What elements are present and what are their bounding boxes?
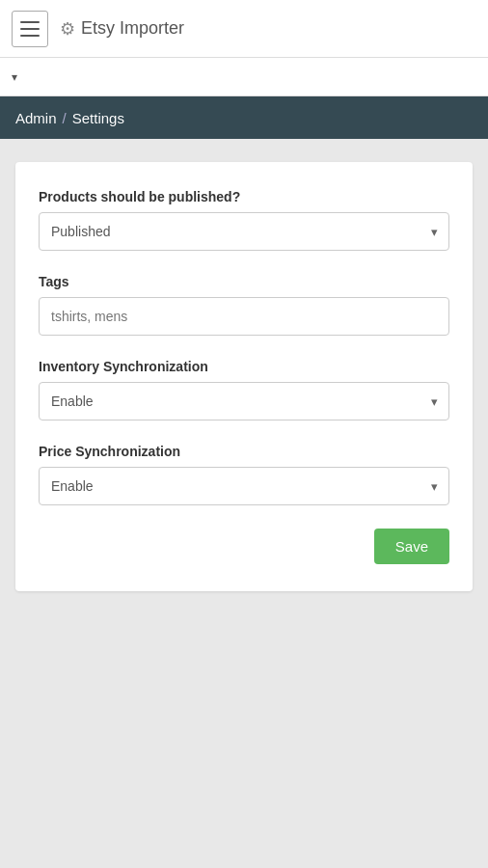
tags-input[interactable]: [39, 297, 449, 336]
hamburger-button[interactable]: [12, 11, 48, 47]
inventory-select[interactable]: Enable Disable: [39, 382, 449, 420]
price-label: Price Synchronization: [39, 444, 449, 459]
hamburger-line-3: [20, 35, 40, 37]
gear-icon: ⚙: [60, 18, 75, 40]
settings-card: Products should be published? Published …: [15, 162, 473, 591]
publish-label: Products should be published?: [39, 189, 449, 204]
breadcrumb-current: Settings: [72, 110, 124, 126]
price-select[interactable]: Enable Disable: [39, 467, 449, 505]
sub-nav-caret-icon: ▾: [12, 70, 17, 84]
save-button[interactable]: Save: [374, 529, 449, 564]
main-content: Products should be published? Published …: [0, 139, 488, 614]
navbar: ⚙ Etsy Importer: [0, 0, 488, 58]
publish-form-group: Products should be published? Published …: [39, 189, 449, 251]
breadcrumb-admin[interactable]: Admin: [15, 110, 57, 126]
app-title: Etsy Importer: [81, 18, 184, 39]
sub-nav: ▾: [0, 58, 488, 96]
sub-nav-dropdown[interactable]: ▾: [12, 70, 17, 84]
breadcrumb-bar: Admin / Settings: [0, 96, 488, 139]
inventory-label: Inventory Synchronization: [39, 359, 449, 374]
hamburger-line-1: [20, 21, 40, 23]
app-title-area: ⚙ Etsy Importer: [60, 18, 184, 40]
btn-row: Save: [39, 529, 449, 564]
price-form-group: Price Synchronization Enable Disable ▾: [39, 444, 449, 505]
price-select-wrapper: Enable Disable ▾: [39, 467, 449, 505]
tags-form-group: Tags: [39, 274, 449, 336]
publish-select[interactable]: Published Draft Unpublished: [39, 212, 449, 251]
publish-select-wrapper: Published Draft Unpublished ▾: [39, 212, 449, 251]
breadcrumb-separator: /: [63, 110, 67, 126]
tags-label: Tags: [39, 274, 449, 289]
inventory-select-wrapper: Enable Disable ▾: [39, 382, 449, 420]
hamburger-line-2: [20, 28, 40, 30]
inventory-form-group: Inventory Synchronization Enable Disable…: [39, 359, 449, 420]
